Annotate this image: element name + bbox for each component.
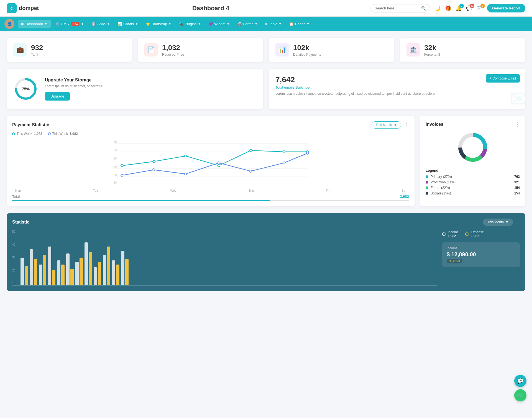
inv-legend-socials: Socials (15%) 154 xyxy=(426,191,520,195)
cms-arrow: ▼ xyxy=(81,22,84,25)
stat-legend-expense: Expense 1.982 xyxy=(465,230,484,238)
charts-icon: 📊 xyxy=(117,22,122,26)
bar-yellow-8 xyxy=(89,252,92,285)
invoices-donut-svg xyxy=(456,131,489,164)
inv-label-socials: Socials (15%) xyxy=(431,191,451,195)
this-month-arrow: ▼ xyxy=(394,123,397,127)
y-40: 40 xyxy=(12,243,15,246)
nav-item-pages[interactable]: 📋 Pages ▼ xyxy=(286,20,313,28)
bar-white-4 xyxy=(48,247,51,285)
bar-yellow-12 xyxy=(125,259,129,285)
svg-point-18 xyxy=(283,151,285,153)
compose-email-btn[interactable]: + Compose Email xyxy=(486,74,520,83)
notifications-badge: 2 xyxy=(459,4,464,8)
payments-icon: 📊 xyxy=(275,43,289,57)
search-input[interactable] xyxy=(375,6,419,10)
notifications-btn[interactable]: 🔔 2 xyxy=(456,5,462,11)
messages-badge: 12 xyxy=(470,4,474,8)
payment-card-header: Payment Statistic This Month ▼ ⋮ xyxy=(12,121,409,129)
legend-label-1: This Week xyxy=(17,132,32,136)
bar-group-11 xyxy=(112,260,119,285)
y-10: 10 xyxy=(12,282,15,285)
main-content: 💼 932 Tariff 📄 1,032 Required Price 📊 10… xyxy=(0,31,532,298)
income-badge: ⬆ +15% xyxy=(447,259,462,263)
svg-point-26 xyxy=(306,152,309,154)
legend-dot-income xyxy=(442,232,446,236)
bar-white-1 xyxy=(21,258,24,285)
bar-white-10 xyxy=(103,255,106,285)
bar-group-9 xyxy=(94,262,101,285)
income-box: Income $ 12,890,00 ⬆ +15% xyxy=(442,242,520,267)
bar-yellow-3 xyxy=(43,255,46,285)
nav-item-charts[interactable]: 📊 Charts ▼ xyxy=(114,20,141,28)
bar-chart-wrapper: 50 40 30 20 10 xyxy=(12,230,437,286)
total-value: 3,982 xyxy=(400,194,409,199)
nav-item-plugins[interactable]: 🔌 Plugins ▼ xyxy=(176,20,204,28)
svg-point-13 xyxy=(121,165,123,167)
nav-label-forms: Forms xyxy=(243,22,254,26)
messages-btn[interactable]: 💬 12 xyxy=(466,5,472,11)
nav-label-pages: Pages xyxy=(295,22,305,26)
upgrade-btn[interactable]: Upgrade xyxy=(45,92,70,101)
payment-kebab-menu[interactable]: ⋮ xyxy=(404,122,409,128)
header-icons: 🌙 🎁 🔔 2 💬 12 ✉️ 5 Generate Report xyxy=(434,4,525,12)
y-50: 50 xyxy=(12,230,15,233)
bar-group-8 xyxy=(85,242,92,285)
statistic-content: 50 40 30 20 10 xyxy=(12,230,520,286)
logo: c dompet xyxy=(7,3,51,13)
search-icon[interactable]: 🔍 xyxy=(421,6,426,11)
svg-point-25 xyxy=(283,162,285,164)
y-20: 20 xyxy=(12,269,15,272)
bar-yellow-11 xyxy=(116,265,119,285)
generate-report-btn[interactable]: Generate Report xyxy=(487,4,525,12)
legend-dot-1 xyxy=(12,132,15,135)
invoices-kebab[interactable]: ⋮ xyxy=(515,121,520,127)
this-month-btn[interactable]: This Month ▼ xyxy=(372,121,401,129)
nav-item-bootstrap[interactable]: ⭐ Bootstrap ▼ xyxy=(142,20,175,28)
nav-item-dashboard[interactable]: ⊞ Dashboard ▼ xyxy=(18,20,51,28)
nav-label-bootstrap: Bootstrap xyxy=(152,22,167,26)
bar-white-7 xyxy=(75,262,79,285)
nav-item-forms[interactable]: 🖨️ Forms ▼ xyxy=(234,20,261,28)
statistic-kebab[interactable]: ⋮ xyxy=(516,220,520,224)
nav-item-cms[interactable]: ⚙️ CMS New ▼ xyxy=(52,20,87,28)
income-legend-val: 1.982 xyxy=(448,234,459,238)
gift-icon-btn[interactable]: 🎁 xyxy=(445,5,451,11)
statistic-month-arrow: ▼ xyxy=(505,220,509,224)
svg-point-16 xyxy=(218,165,220,167)
svg-point-22 xyxy=(185,173,187,175)
header: c dompet Dashboard 4 🔍 🌙 🎁 🔔 2 💬 12 ✉️ 5… xyxy=(0,0,532,17)
bar-yellow-6 xyxy=(70,269,74,285)
nav-item-table[interactable]: ≡ Table ▼ xyxy=(262,20,285,28)
inv-legend-primary: Primary (27%) 763 xyxy=(426,175,520,179)
legend-title: Legend xyxy=(426,168,520,173)
nav-item-apps[interactable]: ℹ️ Apps ▼ xyxy=(88,20,113,28)
nav-label-apps: Apps xyxy=(97,22,106,26)
statistic-month-label: This Month xyxy=(487,220,504,224)
bar-yellow-9 xyxy=(98,262,101,285)
statistic-legend: Income 1.982 Expense 1.982 xyxy=(442,230,520,238)
statistic-this-month-btn[interactable]: This Month ▼ xyxy=(483,219,513,226)
inv-label-promo: Promotion (11%) xyxy=(431,180,456,184)
nav-label-cms: CMS xyxy=(61,22,69,26)
statistic-card: Statistic This Month ▼ ⋮ 50 40 30 20 xyxy=(7,213,525,291)
svg-text:90: 90 xyxy=(114,149,117,152)
bar-yellow-1 xyxy=(25,266,28,285)
plugins-icon: 🔌 xyxy=(179,22,183,26)
bootstrap-icon: ⭐ xyxy=(146,22,150,26)
svg-point-14 xyxy=(153,160,155,163)
payment-legend: This Week 1.982 This Week 1.982 xyxy=(12,132,409,136)
mail-btn[interactable]: ✉️ 5 xyxy=(477,5,483,11)
search-bar[interactable]: 🔍 xyxy=(370,4,430,12)
nav-avatar: 👤 xyxy=(4,19,14,29)
legend-val-1: 1.982 xyxy=(34,132,42,136)
charts-arrow: ▼ xyxy=(135,22,138,25)
nav-item-widget[interactable]: 💜 Widget ▼ xyxy=(205,20,233,28)
x-label-tue: Tue xyxy=(93,189,98,192)
inv-legend-promo-left: Promotion (11%) xyxy=(426,180,456,184)
svg-text:50: 50 xyxy=(114,181,117,184)
theme-toggle-btn[interactable]: 🌙 xyxy=(434,5,441,11)
invoices-title: Invoices xyxy=(426,122,443,127)
svg-point-23 xyxy=(218,162,220,164)
svg-point-21 xyxy=(153,169,155,171)
